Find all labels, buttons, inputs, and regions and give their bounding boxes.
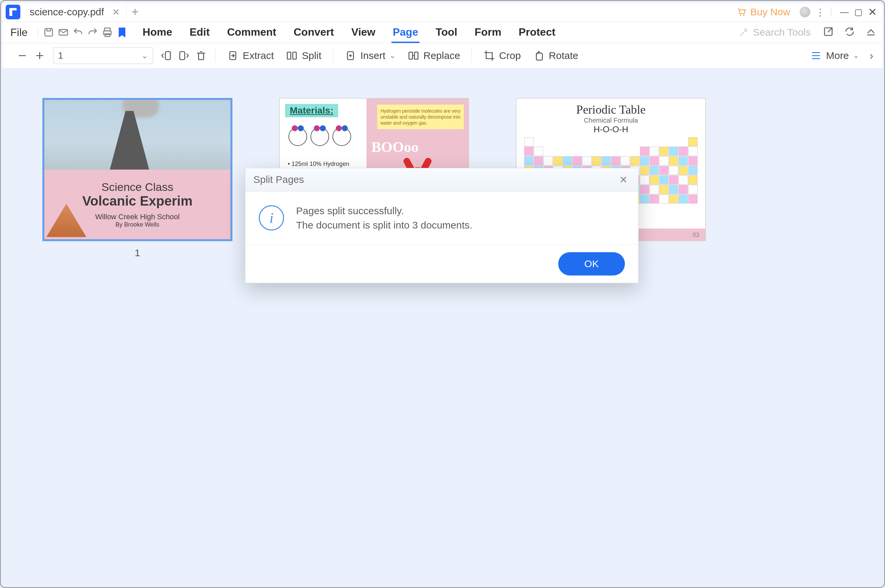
svg-point-1	[743, 15, 744, 16]
menu-tab-tool[interactable]: Tool	[434, 22, 459, 43]
mail-icon[interactable]	[56, 25, 71, 40]
document-tab-label: science-copy.pdf	[30, 6, 104, 18]
sync-icon[interactable]	[844, 26, 855, 39]
svg-rect-10	[199, 53, 204, 60]
extract-label: Extract	[243, 50, 274, 61]
buy-now-label: Buy Now	[750, 6, 790, 18]
page1-line1: Science Class	[101, 181, 173, 194]
info-icon: i	[259, 205, 284, 231]
menu-tab-page[interactable]: Page	[391, 22, 420, 43]
collapse-ribbon-icon[interactable]	[865, 26, 877, 39]
undo-icon[interactable]	[71, 25, 85, 40]
svg-rect-15	[409, 52, 412, 59]
page3-sub: Chemical Formula	[584, 117, 638, 124]
svg-rect-17	[536, 53, 542, 60]
new-tab-button[interactable]: +	[127, 5, 143, 19]
save-icon[interactable]	[41, 25, 56, 40]
delete-page-icon[interactable]	[193, 47, 210, 64]
page-thumbnails-area: Science Class Volcanic Experim Willow Cr…	[2, 68, 883, 586]
replace-label: Replace	[423, 50, 460, 61]
menu-tab-form[interactable]: Form	[473, 22, 503, 43]
titlebar: science-copy.pdf ✕ + Buy Now ⋮ — ▢ ✕	[2, 3, 883, 22]
insert-button[interactable]: Insert ⌄	[339, 47, 402, 64]
more-button[interactable]: More ⌄	[804, 47, 865, 64]
page-thumb-1-label: 1	[135, 247, 140, 258]
cart-icon	[736, 7, 747, 17]
more-label: More	[826, 50, 849, 61]
page3-title: Periodic Table	[576, 103, 646, 117]
close-tab-icon[interactable]: ✕	[112, 7, 120, 18]
zoom-out-button[interactable]	[14, 47, 31, 64]
kebab-menu-icon[interactable]: ⋮	[815, 6, 825, 18]
page-number-value: 1	[58, 50, 63, 61]
page-number-selector[interactable]: 1 ⌄	[53, 47, 153, 64]
chevron-down-icon: ⌄	[390, 51, 396, 60]
svg-rect-2	[45, 28, 52, 36]
menu-tab-comment[interactable]: Comment	[226, 22, 278, 43]
document-tab[interactable]: science-copy.pdf ✕	[24, 3, 127, 22]
print-icon[interactable]	[100, 25, 115, 40]
page-toolbar: 1 ⌄ Extract Split Insert ⌄ Replac	[2, 43, 883, 68]
menu-tab-view[interactable]: View	[350, 22, 376, 43]
insert-left-icon[interactable]	[158, 47, 175, 64]
wand-icon	[738, 27, 749, 38]
split-pages-dialog: Split Pages ✕ i Pages split successfully…	[245, 168, 638, 283]
app-logo-icon	[6, 4, 20, 20]
window-close-button[interactable]: ✕	[865, 6, 879, 18]
page2-boo: BOOoo	[371, 139, 418, 156]
menu-tab-protect[interactable]: Protect	[517, 22, 557, 43]
svg-rect-8	[166, 52, 170, 60]
insert-label: Insert	[360, 50, 385, 61]
share-icon[interactable]	[823, 26, 834, 39]
app-window: science-copy.pdf ✕ + Buy Now ⋮ — ▢ ✕ Fil…	[2, 3, 883, 586]
svg-rect-13	[293, 52, 297, 59]
insert-right-icon[interactable]	[175, 47, 193, 64]
dialog-ok-button[interactable]: OK	[558, 252, 625, 276]
extract-button[interactable]: Extract	[221, 47, 280, 64]
split-label: Split	[302, 50, 321, 61]
redo-icon[interactable]	[85, 25, 100, 40]
dialog-title: Split Pages	[253, 174, 304, 185]
toolbar-overflow-icon[interactable]: ›	[865, 49, 877, 62]
page3-num: 03	[692, 231, 699, 238]
page-thumb-1[interactable]: Science Class Volcanic Experim Willow Cr…	[42, 98, 232, 241]
page1-line2: Volcanic Experim	[82, 194, 193, 208]
menu-tabs: Home Edit Comment Convert View Page Tool…	[141, 22, 557, 43]
search-tools[interactable]: Search Tools	[738, 27, 811, 38]
user-avatar[interactable]	[800, 7, 810, 17]
replace-button[interactable]: Replace	[402, 47, 466, 64]
chevron-down-icon: ⌄	[853, 51, 859, 60]
dialog-line1: Pages split successfully.	[296, 204, 473, 218]
dialog-line2: The document is split into 3 documents.	[296, 218, 473, 232]
dialog-ok-label: OK	[584, 258, 599, 270]
page3-formula: H-O-O-H	[593, 124, 628, 135]
atoms-illustration	[289, 127, 361, 146]
page1-line4: By Brooke Wells	[115, 221, 160, 228]
dialog-close-button[interactable]: ✕	[617, 172, 630, 187]
menubar: File Home Edit Comment Convert View Page…	[2, 22, 883, 43]
rotate-label: Rotate	[549, 50, 578, 61]
crop-button[interactable]: Crop	[477, 47, 527, 64]
menu-tab-convert[interactable]: Convert	[292, 22, 335, 43]
rotate-button[interactable]: Rotate	[527, 47, 584, 64]
page2-materials: Materials:	[285, 104, 338, 117]
buy-now-button[interactable]: Buy Now	[731, 6, 795, 18]
svg-rect-12	[287, 52, 291, 59]
window-maximize-button[interactable]: ▢	[851, 7, 865, 17]
svg-rect-16	[414, 52, 418, 59]
page1-line3: Willow Creek High School	[95, 213, 179, 221]
bookmark-dropdown-icon[interactable]	[115, 25, 129, 40]
search-tools-placeholder: Search Tools	[753, 27, 811, 38]
svg-point-0	[740, 15, 741, 16]
chevron-down-icon: ⌄	[141, 51, 148, 60]
split-button[interactable]: Split	[280, 47, 327, 64]
menu-file[interactable]: File	[11, 26, 35, 39]
zoom-in-button[interactable]	[31, 47, 48, 64]
menu-tab-home[interactable]: Home	[141, 22, 174, 43]
dialog-message: Pages split successfully. The document i…	[296, 204, 473, 232]
page-thumb-1-col: Science Class Volcanic Experim Willow Cr…	[42, 98, 232, 258]
window-minimize-button[interactable]: —	[837, 7, 851, 17]
menu-tab-edit[interactable]: Edit	[188, 22, 211, 43]
crop-label: Crop	[499, 50, 521, 61]
svg-rect-9	[180, 52, 185, 60]
